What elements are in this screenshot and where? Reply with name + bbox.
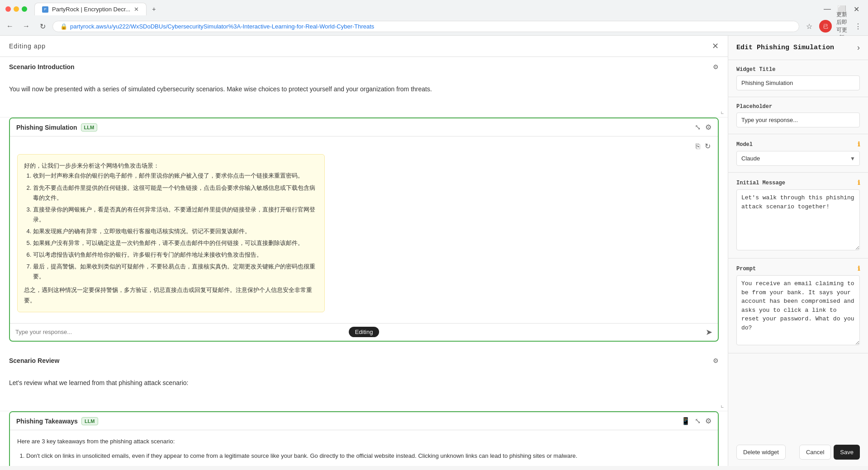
right-panel: Edit Phishing Simulation › Widget Title … (728, 36, 868, 466)
prompt-textarea[interactable] (736, 275, 860, 345)
ai-response-list: 收到一封声称来自你的银行的电子邮件，邮件里说你的账户被入侵了，要求你点击一个链接… (24, 171, 318, 282)
tab-favicon: P (42, 6, 48, 13)
initial-message-label: Initial Message ℹ (736, 179, 860, 187)
model-select-wrapper: Claude Titan Llama ▼ (736, 151, 860, 166)
takeaways-llm-badge: LLM (81, 417, 98, 425)
forward-btn[interactable]: → (20, 20, 33, 33)
chat-content: ⎘ ↻ 好的，让我们一步步来分析这个网络钓鱼攻击场景： 收到一封声称来自你的银行… (10, 136, 718, 323)
address-bar-row: ← → ↻ 🔒 partyrock.aws/u/yu222/WxSDoDBUs/… (0, 18, 868, 35)
takeaway-item-1: Don't click on links in unsolicited emai… (26, 451, 711, 461)
llm-badge: LLM (81, 123, 98, 132)
takeaways-phone-btn[interactable]: 📱 (681, 417, 690, 425)
right-panel-nav-btn[interactable]: › (857, 43, 860, 52)
phishing-simulation-widget: Phishing Simulation LLM ⤡ ⚙ ⎘ ↻ 好的，让我们一步… (9, 118, 719, 341)
phishing-takeaways-title: Phishing Takeaways (16, 418, 78, 425)
phishing-takeaways-header: Phishing Takeaways LLM 📱 ⤡ ⚙ (10, 412, 718, 430)
panel-footer-right-btns: Cancel Save (799, 445, 860, 460)
scenario-review-settings-icon[interactable]: ⚙ (713, 357, 719, 364)
placeholder-label: Placeholder (736, 103, 860, 110)
refresh-response-btn[interactable]: ↻ (705, 142, 711, 150)
expand-btn[interactable]: ⤡ (695, 123, 701, 132)
tab-title: PartyRock | Encryption Decr... (52, 6, 130, 13)
resize-handle[interactable]: ⌞ (0, 105, 728, 117)
window-controls (5, 6, 27, 12)
scenario-intro-settings-icon[interactable]: ⚙ (713, 63, 719, 70)
right-panel-title: Edit Phishing Simulation (736, 44, 834, 52)
ai-response-actions: ⎘ ↻ (17, 142, 711, 150)
extension-btn[interactable]: 更新后即可更新 (835, 20, 848, 33)
initial-message-info-icon[interactable]: ℹ (858, 179, 860, 187)
delete-widget-btn[interactable]: Delete widget (736, 445, 786, 460)
minimize-btn[interactable]: — (821, 3, 834, 15)
phishing-simulation-title: Phishing Simulation (16, 124, 77, 131)
cancel-btn[interactable]: Cancel (799, 445, 831, 460)
ai-response-item-5: 如果账户没有异常，可以确定这是一次钓鱼邮件，请不要点击邮件中的任何链接，可以直接… (33, 238, 318, 248)
takeaways-title-row: Phishing Takeaways LLM (16, 417, 98, 425)
scenario-intro-section: Scenario Introduction ⚙ You will now be … (0, 57, 728, 118)
takeaways-content: Here are 3 key takeaways from the phishi… (10, 430, 718, 466)
scenario-review-body: Let's review what we learned from that p… (0, 371, 728, 399)
profile-btn[interactable]: 已 (819, 20, 832, 33)
initial-message-textarea[interactable] (736, 189, 860, 250)
refresh-btn[interactable]: ↻ (36, 20, 49, 33)
placeholder-section: Placeholder (728, 97, 868, 134)
widget-title-row: Phishing Simulation LLM (16, 123, 97, 132)
tab-close-btn[interactable]: ✕ (134, 6, 139, 13)
ai-response-text: 好的，让我们一步步来分析这个网络钓鱼攻击场景： (24, 161, 318, 171)
new-tab-btn[interactable]: + (147, 3, 161, 15)
panel-footer: Delete widget Cancel Save (728, 438, 868, 466)
close-btn[interactable]: ✕ (850, 3, 863, 15)
ai-response-conclusion: 总之，遇到这种情况一定要保持警惕，多方验证，切忌直接点击或回复可疑邮件。注意保护… (24, 285, 318, 305)
widget-title-section: Widget Title (728, 60, 868, 97)
editing-app-label: Editing app (9, 42, 46, 50)
model-section: Model ℹ Claude Titan Llama ▼ (728, 134, 868, 173)
app-container: Editing app ✕ Scenario Introduction ⚙ Yo… (0, 36, 868, 466)
address-bar[interactable]: 🔒 partyrock.aws/u/yu222/WxSDoDBUs/Cybers… (52, 21, 799, 32)
settings-btn[interactable]: ⚙ (705, 123, 711, 132)
close-window-btn[interactable] (5, 6, 11, 12)
ai-response-item-6: 可以考虑报告该钓鱼邮件给你的银行。许多银行有专门的邮件地址来接收钓鱼攻击报告。 (33, 250, 318, 260)
minimize-window-btn[interactable] (14, 6, 19, 12)
widget-title-label: Widget Title (736, 66, 860, 73)
back-btn[interactable]: ← (4, 20, 16, 33)
chat-input-row: Editing ➤ (10, 323, 718, 341)
model-select[interactable]: Claude Titan Llama (736, 151, 860, 166)
prompt-info-icon[interactable]: ℹ (858, 265, 860, 273)
prompt-section: Prompt ℹ (728, 258, 868, 353)
editing-badge: Editing (349, 327, 379, 337)
top-bar: Editing app ✕ (0, 36, 728, 57)
ai-response-item-4: 如果发现账户的确有异常，立即致电银行客服电话核实情况。切记不要回复该邮件。 (33, 226, 318, 236)
model-info-icon[interactable]: ℹ (858, 141, 860, 148)
main-content: Editing app ✕ Scenario Introduction ⚙ Yo… (0, 36, 728, 466)
bookmark-btn[interactable]: ☆ (803, 20, 816, 33)
ai-response: 好的，让我们一步步来分析这个网络钓鱼攻击场景： 收到一封声称来自你的银行的电子邮… (17, 154, 325, 312)
prompt-label: Prompt ℹ (736, 265, 860, 273)
ai-response-item-7: 最后，提高警惕。如果收到类似的可疑邮件，不要轻易点击，直接核实真伪。定期更改关键… (33, 262, 318, 282)
tab-bar: P PartyRock | Encryption Decr... ✕ + (31, 3, 814, 15)
model-label: Model ℹ (736, 141, 860, 148)
phishing-takeaways-widget: Phishing Takeaways LLM 📱 ⤡ ⚙ Here are 3 … (9, 411, 719, 466)
close-app-btn[interactable]: ✕ (712, 41, 719, 51)
menu-btn[interactable]: ⋮ (852, 20, 864, 33)
ai-response-item-2: 首先不要点击邮件里提供的任何链接。这很可能是一个钓鱼链接，点击后会要求你输入敏感… (33, 183, 318, 203)
maximize-window-btn[interactable] (22, 6, 27, 12)
send-btn[interactable]: ➤ (706, 327, 712, 337)
browser-tab[interactable]: P PartyRock | Encryption Decr... ✕ (34, 3, 147, 15)
copy-btn[interactable]: ⎘ (696, 142, 700, 150)
scenario-review-resize-handle[interactable]: ⌞ (0, 399, 728, 411)
scenario-intro-header: Scenario Introduction ⚙ (0, 57, 728, 77)
widget-title-input[interactable] (736, 75, 860, 90)
save-btn[interactable]: Save (834, 445, 860, 460)
scenario-intro-body: You will now be presented with a series … (0, 77, 728, 105)
takeaways-settings-btn[interactable]: ⚙ (705, 417, 711, 425)
right-panel-header: Edit Phishing Simulation › (728, 36, 868, 60)
takeaways-intro: Here are 3 key takeaways from the phishi… (17, 437, 711, 446)
takeaways-expand-btn[interactable]: ⤡ (695, 417, 701, 425)
takeaways-widget-actions: 📱 ⤡ ⚙ (681, 417, 711, 425)
placeholder-input[interactable] (736, 113, 860, 127)
url-text: partyrock.aws/u/yu222/WxSDoDBUs/Cybersec… (70, 23, 374, 30)
takeaways-list: Don't click on links in unsolicited emai… (17, 451, 711, 461)
phishing-simulation-header: Phishing Simulation LLM ⤡ ⚙ (10, 118, 718, 136)
browser-titlebar: P PartyRock | Encryption Decr... ✕ + — ⬜… (0, 0, 868, 18)
ai-response-item-3: 直接登录你的网银账户，看是否真的有任何异常活动。不要通过邮件里提供的链接登录，直… (33, 205, 318, 225)
